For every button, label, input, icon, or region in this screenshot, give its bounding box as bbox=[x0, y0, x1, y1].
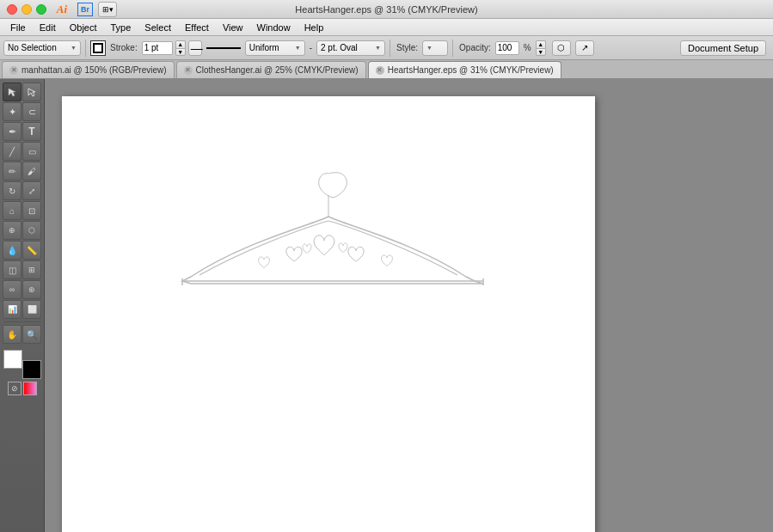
selection-indicator[interactable]: No Selection ▼ bbox=[3, 40, 81, 56]
recolor-btn2[interactable]: ↗ bbox=[575, 40, 594, 56]
none-icon[interactable]: ⊘ bbox=[8, 382, 21, 395]
eyedropper-tool[interactable]: 💧 bbox=[3, 241, 21, 260]
opacity-up[interactable]: ▲ bbox=[536, 40, 546, 48]
magic-wand-tool[interactable]: ✦ bbox=[3, 102, 21, 121]
hanger-illustration bbox=[165, 165, 492, 339]
mesh-tool[interactable]: ⊞ bbox=[22, 260, 41, 279]
foreground-color-swatch[interactable] bbox=[3, 350, 22, 369]
column-graph-tool[interactable]: 📊 bbox=[3, 300, 21, 319]
stroke-value-input[interactable] bbox=[142, 41, 173, 55]
maximize-button[interactable] bbox=[36, 4, 46, 15]
opacity-down[interactable]: ▼ bbox=[536, 48, 546, 56]
traffic-lights[interactable] bbox=[0, 4, 46, 15]
titlebar: Ai Br ⊞▾ HeartsHanger.eps @ 31% (CMYK/Pr… bbox=[0, 0, 773, 19]
brush-tool[interactable]: 🖌 bbox=[22, 162, 41, 180]
rect-tool[interactable]: ▭ bbox=[22, 142, 41, 161]
symbol-tool[interactable]: ⊛ bbox=[22, 280, 41, 299]
workspace-button[interactable]: ⊞▾ bbox=[98, 2, 117, 17]
style-dropdown[interactable]: ▼ bbox=[422, 40, 448, 56]
tool-row-6: ↻ ⤢ bbox=[3, 181, 41, 200]
tool-row-13: ✋ 🔍 bbox=[3, 325, 41, 344]
pen-tool[interactable]: ✒ bbox=[3, 122, 21, 141]
brush-type-dropdown[interactable]: 2 pt. Oval ▼ bbox=[316, 40, 385, 56]
live-paint-tool[interactable]: ⬡ bbox=[22, 221, 41, 240]
hanger-svg bbox=[165, 165, 492, 337]
tab-clotheshanger[interactable]: ✕ ClothesHanger.ai @ 25% (CMYK/Preview) bbox=[176, 61, 366, 78]
separator-2 bbox=[390, 40, 390, 57]
selection-tool[interactable] bbox=[3, 83, 21, 101]
tool-row-12: 📊 ⬜ bbox=[3, 300, 41, 319]
menu-effect[interactable]: Effect bbox=[178, 21, 216, 34]
menu-select[interactable]: Select bbox=[138, 21, 178, 34]
background-color-swatch[interactable] bbox=[22, 360, 41, 379]
tab-manhattan-label: manhattan.ai @ 150% (RGB/Preview) bbox=[21, 65, 167, 75]
menu-help[interactable]: Help bbox=[298, 21, 331, 34]
hand-tool[interactable]: ✋ bbox=[3, 325, 21, 344]
menu-view[interactable]: View bbox=[216, 21, 250, 34]
style-label: Style: bbox=[395, 43, 420, 52]
measure-tool[interactable]: 📏 bbox=[22, 241, 41, 260]
bridge-logo[interactable]: Br bbox=[77, 3, 93, 16]
dash-label: - bbox=[308, 43, 314, 52]
line-tool[interactable]: ╱ bbox=[3, 142, 21, 161]
menu-edit[interactable]: Edit bbox=[33, 21, 63, 34]
gradient-icon[interactable] bbox=[23, 382, 37, 395]
window-title: HeartsHanger.eps @ 31% (CMYK/Preview) bbox=[295, 4, 477, 15]
uniform-dropdown[interactable]: Uniform ▼ bbox=[245, 40, 305, 56]
menu-type[interactable]: Type bbox=[104, 21, 138, 34]
no-selection-label: No Selection bbox=[8, 43, 57, 52]
brush-type-label: 2 pt. Oval bbox=[321, 43, 358, 52]
tab-heartshanger[interactable]: ✕ HeartsHanger.eps @ 31% (CMYK/Preview) bbox=[368, 61, 561, 78]
pencil-tool[interactable]: ✏ bbox=[3, 162, 21, 180]
tab-clotheshanger-close[interactable]: ✕ bbox=[184, 66, 193, 75]
tab-clotheshanger-label: ClothesHanger.ai @ 25% (CMYK/Preview) bbox=[196, 65, 359, 75]
artboard-tool[interactable]: ⬜ bbox=[22, 300, 41, 319]
close-button[interactable] bbox=[7, 4, 17, 15]
options-toolbar: No Selection ▼ Stroke: ▲ ▼ — Uniform ▼ -… bbox=[0, 36, 773, 60]
tool-row-9: 💧 📏 bbox=[3, 241, 41, 260]
zoom-tool[interactable]: 🔍 bbox=[22, 325, 41, 344]
gradient-tool[interactable]: ◫ bbox=[3, 260, 21, 279]
stroke-profile-dropdown[interactable]: — bbox=[188, 40, 202, 56]
document-setup-button[interactable]: Document Setup bbox=[680, 40, 766, 56]
tool-row-11: ∞ ⊛ bbox=[3, 280, 41, 299]
lasso-tool[interactable]: ⊂ bbox=[22, 102, 41, 121]
doc-setup-container: Document Setup bbox=[680, 40, 766, 56]
shape-builder-tool[interactable]: ⊕ bbox=[3, 221, 21, 240]
warp-tool[interactable]: ⌂ bbox=[3, 201, 21, 220]
blend-tool[interactable]: ∞ bbox=[3, 280, 21, 299]
tool-separator bbox=[3, 321, 41, 322]
tab-manhattan[interactable]: ✕ manhattan.ai @ 150% (RGB/Preview) bbox=[2, 61, 175, 78]
stroke-spinner[interactable]: ▲ ▼ bbox=[175, 40, 186, 56]
percent-label: % bbox=[522, 43, 533, 52]
menu-object[interactable]: Object bbox=[63, 21, 104, 34]
rotate-tool[interactable]: ↻ bbox=[3, 181, 21, 200]
color-swatches bbox=[3, 350, 41, 379]
direct-select-tool[interactable] bbox=[22, 83, 41, 101]
tab-manhattan-close[interactable]: ✕ bbox=[9, 66, 18, 75]
stroke-up[interactable]: ▲ bbox=[175, 40, 186, 48]
uniform-label: Uniform bbox=[249, 43, 279, 52]
menu-window[interactable]: Window bbox=[250, 21, 298, 34]
minimize-button[interactable] bbox=[21, 4, 32, 15]
stroke-line-preview bbox=[206, 47, 241, 49]
tool-row-7: ⌂ ⊡ bbox=[3, 201, 41, 220]
stroke-swatch[interactable] bbox=[90, 40, 106, 56]
tabbar: ✕ manhattan.ai @ 150% (RGB/Preview) ✕ Cl… bbox=[0, 60, 773, 79]
canvas-area[interactable] bbox=[45, 79, 773, 532]
fill-stroke-icons: ⊘ bbox=[8, 382, 37, 395]
menu-file[interactable]: File bbox=[3, 21, 33, 34]
uniform-arrow: ▼ bbox=[295, 45, 301, 51]
tab-heartshanger-close[interactable]: ✕ bbox=[376, 66, 384, 75]
scale-tool[interactable]: ⤢ bbox=[22, 181, 41, 200]
separator-1 bbox=[85, 40, 86, 57]
stroke-down[interactable]: ▼ bbox=[175, 48, 186, 56]
stroke-profile-icon: — bbox=[191, 41, 203, 55]
opacity-input[interactable] bbox=[495, 41, 519, 55]
type-tool[interactable]: T bbox=[22, 122, 41, 141]
recolor-button[interactable]: ⬡ bbox=[552, 40, 571, 56]
tool-row-8: ⊕ ⬡ bbox=[3, 221, 41, 240]
opacity-spinner[interactable]: ▲ ▼ bbox=[536, 40, 546, 56]
free-transform-tool[interactable]: ⊡ bbox=[22, 201, 41, 220]
stroke-label: Stroke: bbox=[108, 43, 139, 52]
